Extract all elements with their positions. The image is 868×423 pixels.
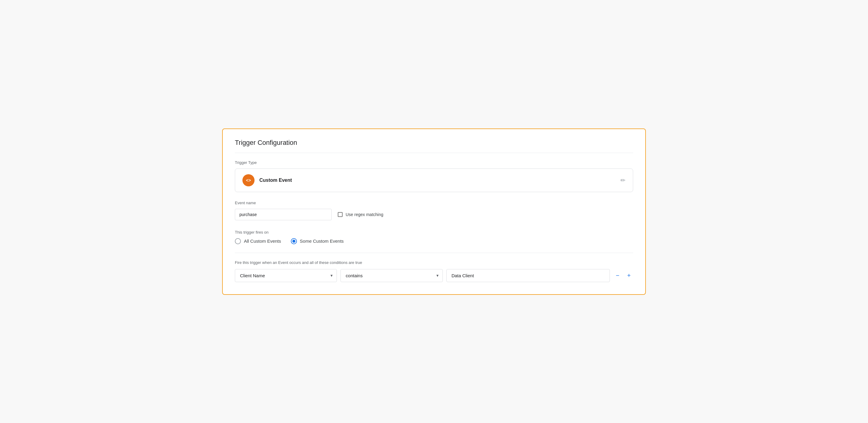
all-custom-events-text: All Custom Events — [244, 238, 281, 244]
field-select[interactable]: Client Name Event Name Page URL Page Hos… — [235, 269, 337, 282]
fires-on-radio-group: All Custom Events Some Custom Events — [235, 238, 633, 244]
event-name-row: Use regex matching — [235, 209, 633, 220]
regex-checkbox[interactable] — [338, 212, 343, 217]
section-divider — [235, 253, 633, 253]
event-name-label: Event name — [235, 201, 633, 205]
trigger-type-label: Trigger Type — [235, 160, 633, 165]
conditions-section: Fire this trigger when an Event occurs a… — [235, 260, 633, 282]
custom-event-icon: <> — [242, 174, 254, 186]
all-custom-events-label[interactable]: All Custom Events — [235, 238, 281, 244]
add-condition-button[interactable]: + — [625, 271, 633, 280]
all-custom-events-radio[interactable] — [235, 238, 241, 244]
page-title: Trigger Configuration — [235, 139, 633, 153]
trigger-type-left: <> Custom Event — [242, 174, 292, 186]
remove-condition-button[interactable]: − — [614, 271, 622, 280]
condition-action-buttons: − + — [614, 271, 633, 280]
operator-select[interactable]: contains equals starts with ends with ma… — [340, 269, 442, 282]
icon-symbol: <> — [246, 178, 251, 183]
fires-on-section: This trigger fires on All Custom Events … — [235, 230, 633, 244]
field-select-wrapper: Client Name Event Name Page URL Page Hos… — [235, 269, 337, 282]
condition-row: Client Name Event Name Page URL Page Hos… — [235, 269, 633, 282]
fires-on-label: This trigger fires on — [235, 230, 633, 234]
event-name-input[interactable] — [235, 209, 332, 220]
some-custom-events-label[interactable]: Some Custom Events — [291, 238, 344, 244]
condition-value-input[interactable] — [446, 269, 610, 282]
some-custom-events-radio[interactable] — [291, 238, 297, 244]
regex-checkbox-label[interactable]: Use regex matching — [338, 212, 383, 217]
trigger-type-box: <> Custom Event ✏ — [235, 168, 633, 192]
some-custom-events-text: Some Custom Events — [300, 238, 344, 244]
event-name-section: Event name Use regex matching — [235, 201, 633, 220]
trigger-type-section: Trigger Type <> Custom Event ✏ — [235, 160, 633, 192]
regex-label-text: Use regex matching — [346, 212, 383, 217]
trigger-configuration-panel: Trigger Configuration Trigger Type <> Cu… — [222, 129, 646, 295]
conditions-label: Fire this trigger when an Event occurs a… — [235, 260, 633, 265]
edit-icon[interactable]: ✏ — [620, 177, 626, 184]
operator-select-wrapper: contains equals starts with ends with ma… — [340, 269, 442, 282]
trigger-type-name: Custom Event — [259, 177, 292, 183]
